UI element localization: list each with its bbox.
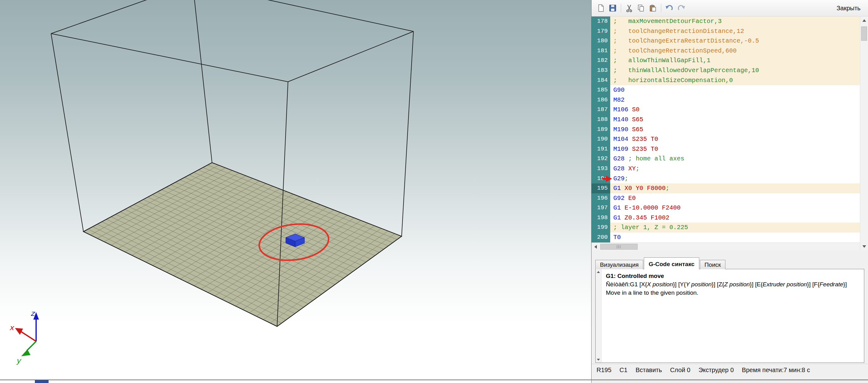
- status-item: Вставить: [636, 367, 662, 383]
- code-line[interactable]: 179; toolChangeRetractionDistance,12: [592, 27, 860, 36]
- paste-button[interactable]: [648, 3, 658, 13]
- taskbar-fragment: [35, 380, 49, 383]
- code-line[interactable]: 178; maxMovementDetourFactor,3: [592, 16, 860, 27]
- code-line[interactable]: 198G1 Z0.345 F1002: [592, 213, 860, 223]
- copy-button[interactable]: [636, 3, 646, 13]
- copy-icon: [637, 4, 645, 12]
- scroll-down-button[interactable]: [860, 242, 868, 251]
- horizontal-scroll-thumb[interactable]: [600, 244, 638, 250]
- new-file-icon: [596, 4, 605, 12]
- help-scrollbar[interactable]: [596, 269, 601, 362]
- code-line[interactable]: 193G28 XY;: [592, 164, 860, 174]
- code-lines: 178; maxMovementDetourFactor,3179; toolC…: [592, 16, 860, 242]
- line-number[interactable]: 185: [592, 85, 610, 95]
- code-line[interactable]: 199; layer 1, Z = 0.225: [592, 222, 860, 233]
- line-number[interactable]: 181: [592, 46, 610, 56]
- cut-icon: [625, 4, 633, 12]
- line-number[interactable]: 196: [592, 194, 610, 203]
- line-number[interactable]: 192: [592, 154, 610, 164]
- help-content: G1: Controlled move Ñèíòàêñ:G1 [X{X posi…: [601, 269, 864, 362]
- code-line[interactable]: 197G1 E-10.0000 F2400: [592, 203, 860, 213]
- y-axis-label: y: [16, 356, 22, 365]
- new-file-button[interactable]: [596, 3, 606, 13]
- help-title: G1: Controlled move: [606, 272, 860, 280]
- vertical-scroll-thumb[interactable]: [861, 27, 867, 41]
- line-number[interactable]: 187: [592, 105, 610, 115]
- viewport-3d[interactable]: x z y: [0, 0, 591, 383]
- tab-visualization[interactable]: Визуализация: [595, 260, 643, 269]
- editor-toolbar: Закрыть: [592, 0, 868, 16]
- status-item: Экструдер 0: [698, 367, 734, 383]
- line-number[interactable]: 199: [592, 222, 610, 233]
- print-bed-grid: [84, 163, 402, 326]
- line-number[interactable]: 193: [592, 164, 610, 174]
- code-line[interactable]: 192G28 ; home all axes: [592, 154, 860, 164]
- tab-gcode-syntax[interactable]: G-Code синтакс: [644, 257, 699, 269]
- line-number[interactable]: 186: [592, 95, 610, 105]
- code-line[interactable]: 183; thinWallAllowedOverlapPercentage,10: [592, 66, 860, 75]
- code-line[interactable]: 184; horizontalSizeCompensation,0: [592, 75, 860, 85]
- scroll-left-button[interactable]: [592, 243, 600, 251]
- tab-search[interactable]: Поиск: [700, 260, 726, 269]
- syntax-help-panel: G1: Controlled move Ñèíòàêñ:G1 [X{X posi…: [595, 269, 864, 363]
- code-line[interactable]: 188M140 S65: [592, 115, 860, 125]
- line-number[interactable]: 197: [592, 203, 610, 213]
- bottom-tabbar: ВизуализацияG-Code синтаксПоиск: [595, 257, 726, 269]
- paste-icon: [649, 4, 657, 12]
- save-icon: [608, 4, 617, 12]
- code-line[interactable]: 185G90: [592, 85, 860, 95]
- line-number[interactable]: 178: [592, 16, 610, 27]
- line-number[interactable]: 200: [592, 233, 610, 242]
- code-line[interactable]: 191M109 S235 T0: [592, 144, 860, 154]
- line-number[interactable]: 184: [592, 75, 610, 85]
- status-item: C1: [620, 367, 628, 383]
- code-line[interactable]: 194G29;: [592, 174, 860, 184]
- line-number[interactable]: 188: [592, 115, 610, 125]
- undo-icon: [665, 4, 674, 12]
- cut-button[interactable]: [624, 3, 634, 13]
- line-number[interactable]: 180: [592, 36, 610, 46]
- scroll-up-button[interactable]: [860, 16, 868, 25]
- editor-horizontal-scrollbar[interactable]: [592, 242, 860, 251]
- toolbar-separator: [621, 4, 621, 12]
- gcode-panel: Закрыть 178; maxMovementDetourFactor,317…: [591, 0, 868, 383]
- save-button[interactable]: [608, 3, 618, 13]
- gcode-editor[interactable]: 178; maxMovementDetourFactor,3179; toolC…: [592, 16, 868, 251]
- status-item: Время печати:7 мин:8 с: [742, 367, 810, 383]
- line-number[interactable]: 179: [592, 27, 610, 36]
- status-item: R195: [596, 367, 612, 383]
- help-scroll-up-button[interactable]: [596, 269, 601, 275]
- editor-vertical-scrollbar[interactable]: [860, 16, 868, 251]
- code-line[interactable]: 200T0: [592, 233, 860, 242]
- 3d-scene[interactable]: x z y: [0, 0, 591, 383]
- repetier-host-window: x z y: [0, 0, 868, 383]
- code-line[interactable]: 190M104 S235 T0: [592, 134, 860, 144]
- undo-button[interactable]: [664, 3, 674, 13]
- help-description: Move in a line to the given position.: [606, 288, 860, 297]
- code-line[interactable]: 180; toolChangeExtraRestartDistance,-0.5: [592, 36, 860, 46]
- line-number[interactable]: 198: [592, 213, 610, 223]
- line-number[interactable]: 189: [592, 125, 610, 135]
- y-axis-arrow-icon: [21, 349, 31, 356]
- line-number[interactable]: 190: [592, 134, 610, 144]
- z-axis-label: z: [31, 309, 35, 318]
- redo-icon: [677, 4, 686, 12]
- execution-marker-icon: [606, 176, 612, 182]
- line-number[interactable]: 183: [592, 66, 610, 75]
- line-number[interactable]: 195: [592, 183, 610, 194]
- code-line[interactable]: 186M82: [592, 95, 860, 105]
- close-button[interactable]: Закрыть: [837, 5, 861, 12]
- line-number[interactable]: 182: [592, 56, 610, 66]
- help-scroll-down-button[interactable]: [596, 357, 601, 362]
- code-line[interactable]: 196G92 E0: [592, 194, 860, 203]
- line-number[interactable]: 191: [592, 144, 610, 154]
- help-syntax-line: Ñèíòàêñ:G1 [X{X position}] [Y{Y position…: [606, 280, 860, 288]
- status-item: Слой 0: [670, 367, 690, 383]
- code-line[interactable]: 181; toolChangeRetractionSpeed,600: [592, 46, 860, 56]
- code-line[interactable]: 182; allowThinWallGapFill,1: [592, 56, 860, 66]
- axis-indicator: x z y: [9, 309, 39, 365]
- code-line[interactable]: 195G1 X0 Y0 F8000;: [592, 183, 860, 194]
- code-line[interactable]: 187M106 S0: [592, 105, 860, 115]
- redo-button[interactable]: [676, 3, 686, 13]
- code-line[interactable]: 189M190 S65: [592, 125, 860, 135]
